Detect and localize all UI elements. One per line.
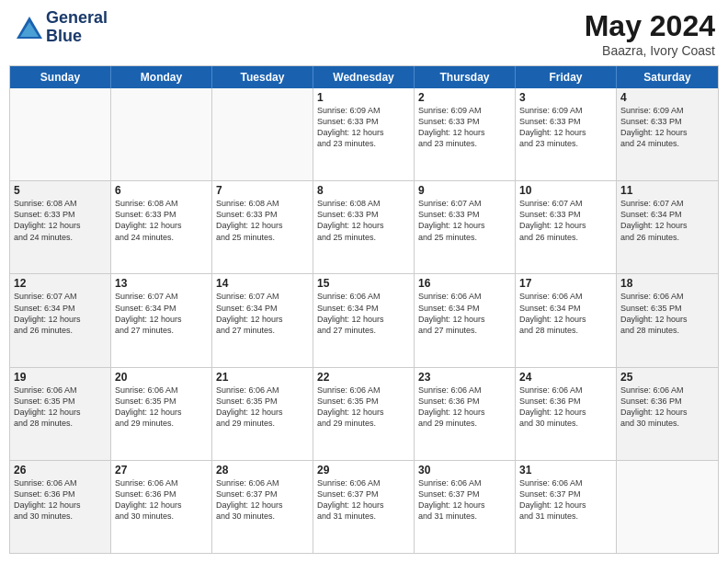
calendar-body: 1Sunrise: 6:09 AM Sunset: 6:33 PM Daylig… [10,88,718,553]
page: General Blue May 2024 Baazra, Ivory Coas… [0,0,728,563]
calendar-cell: 12Sunrise: 6:07 AM Sunset: 6:34 PM Dayli… [10,274,111,366]
calendar-cell: 30Sunrise: 6:06 AM Sunset: 6:37 PM Dayli… [415,461,516,553]
cell-info: Sunrise: 6:06 AM Sunset: 6:34 PM Dayligh… [418,291,511,336]
day-header-wednesday: Wednesday [313,66,415,88]
cell-info: Sunrise: 6:07 AM Sunset: 6:34 PM Dayligh… [620,198,714,243]
day-number: 22 [317,371,410,384]
cell-info: Sunrise: 6:08 AM Sunset: 6:33 PM Dayligh… [317,198,410,243]
cell-info: Sunrise: 6:08 AM Sunset: 6:33 PM Dayligh… [14,198,107,243]
cell-info: Sunrise: 6:06 AM Sunset: 6:34 PM Dayligh… [519,291,612,336]
day-number: 16 [418,277,511,290]
cell-info: Sunrise: 6:06 AM Sunset: 6:36 PM Dayligh… [115,477,208,523]
day-number: 25 [620,371,714,384]
calendar-cell [10,88,111,180]
day-number: 23 [418,371,511,384]
day-number: 7 [216,184,309,197]
cell-info: Sunrise: 6:06 AM Sunset: 6:34 PM Dayligh… [317,291,410,336]
logo: General Blue [13,9,108,46]
cell-info: Sunrise: 6:06 AM Sunset: 6:37 PM Dayligh… [317,477,410,523]
cell-info: Sunrise: 6:07 AM Sunset: 6:34 PM Dayligh… [14,291,107,336]
day-number: 27 [115,464,208,477]
cell-info: Sunrise: 6:06 AM Sunset: 6:36 PM Dayligh… [418,385,511,430]
title-block: May 2024 Baazra, Ivory Coast [585,9,715,58]
calendar-cell: 6Sunrise: 6:08 AM Sunset: 6:33 PM Daylig… [111,181,212,273]
calendar-cell: 26Sunrise: 6:06 AM Sunset: 6:36 PM Dayli… [10,461,111,553]
calendar-cell: 27Sunrise: 6:06 AM Sunset: 6:36 PM Dayli… [111,461,212,553]
calendar-cell: 21Sunrise: 6:06 AM Sunset: 6:35 PM Dayli… [212,368,313,460]
day-headers: SundayMondayTuesdayWednesdayThursdayFrid… [10,66,718,88]
day-number: 14 [216,277,309,290]
calendar-cell: 20Sunrise: 6:06 AM Sunset: 6:35 PM Dayli… [111,368,212,460]
day-header-thursday: Thursday [415,66,516,88]
day-number: 15 [317,277,410,290]
day-number: 30 [418,464,511,477]
cell-info: Sunrise: 6:06 AM Sunset: 6:35 PM Dayligh… [115,385,208,430]
day-number: 3 [519,91,612,104]
calendar-row: 5Sunrise: 6:08 AM Sunset: 6:33 PM Daylig… [10,181,718,274]
day-number: 12 [14,277,107,290]
cell-info: Sunrise: 6:06 AM Sunset: 6:35 PM Dayligh… [14,385,107,430]
cell-info: Sunrise: 6:06 AM Sunset: 6:36 PM Dayligh… [519,385,612,430]
cell-info: Sunrise: 6:07 AM Sunset: 6:34 PM Dayligh… [115,291,208,336]
calendar-cell: 13Sunrise: 6:07 AM Sunset: 6:34 PM Dayli… [111,274,212,366]
calendar-cell: 17Sunrise: 6:06 AM Sunset: 6:34 PM Dayli… [516,274,617,366]
cell-info: Sunrise: 6:06 AM Sunset: 6:37 PM Dayligh… [418,477,511,523]
day-number: 1 [317,91,410,104]
cell-info: Sunrise: 6:08 AM Sunset: 6:33 PM Dayligh… [115,198,208,243]
day-number: 24 [519,371,612,384]
day-number: 6 [115,184,208,197]
calendar-cell: 2Sunrise: 6:09 AM Sunset: 6:33 PM Daylig… [415,88,516,180]
day-header-saturday: Saturday [617,66,718,88]
cell-info: Sunrise: 6:07 AM Sunset: 6:33 PM Dayligh… [418,198,511,243]
calendar-cell: 28Sunrise: 6:06 AM Sunset: 6:37 PM Dayli… [212,461,313,553]
day-number: 31 [519,464,612,477]
cell-info: Sunrise: 6:06 AM Sunset: 6:35 PM Dayligh… [317,385,410,430]
calendar-cell: 7Sunrise: 6:08 AM Sunset: 6:33 PM Daylig… [212,181,313,273]
calendar-cell: 4Sunrise: 6:09 AM Sunset: 6:33 PM Daylig… [617,88,718,180]
cell-info: Sunrise: 6:09 AM Sunset: 6:33 PM Dayligh… [418,105,511,150]
cell-info: Sunrise: 6:07 AM Sunset: 6:34 PM Dayligh… [216,291,309,336]
calendar-cell: 29Sunrise: 6:06 AM Sunset: 6:37 PM Dayli… [313,461,415,553]
calendar-cell: 23Sunrise: 6:06 AM Sunset: 6:36 PM Dayli… [415,368,516,460]
calendar-row: 26Sunrise: 6:06 AM Sunset: 6:36 PM Dayli… [10,461,718,553]
calendar: SundayMondayTuesdayWednesdayThursdayFrid… [9,65,719,554]
day-number: 4 [620,91,714,104]
calendar-cell: 14Sunrise: 6:07 AM Sunset: 6:34 PM Dayli… [212,274,313,366]
cell-info: Sunrise: 6:09 AM Sunset: 6:33 PM Dayligh… [519,105,612,150]
cell-info: Sunrise: 6:06 AM Sunset: 6:35 PM Dayligh… [216,385,309,430]
day-number: 5 [14,184,107,197]
cell-info: Sunrise: 6:09 AM Sunset: 6:33 PM Dayligh… [317,105,410,150]
day-header-sunday: Sunday [10,66,111,88]
day-number: 21 [216,371,309,384]
calendar-cell: 8Sunrise: 6:08 AM Sunset: 6:33 PM Daylig… [313,181,415,273]
day-number: 26 [14,464,107,477]
day-header-tuesday: Tuesday [212,66,313,88]
day-number: 18 [620,277,714,290]
day-number: 19 [14,371,107,384]
cell-info: Sunrise: 6:09 AM Sunset: 6:33 PM Dayligh… [620,105,714,150]
cell-info: Sunrise: 6:06 AM Sunset: 6:35 PM Dayligh… [620,291,714,336]
day-header-friday: Friday [516,66,617,88]
cell-info: Sunrise: 6:06 AM Sunset: 6:36 PM Dayligh… [14,477,107,523]
day-number: 11 [620,184,714,197]
location: Baazra, Ivory Coast [585,43,715,58]
header: General Blue May 2024 Baazra, Ivory Coas… [9,9,719,58]
calendar-cell: 10Sunrise: 6:07 AM Sunset: 6:33 PM Dayli… [516,181,617,273]
day-number: 28 [216,464,309,477]
day-number: 20 [115,371,208,384]
day-number: 8 [317,184,410,197]
calendar-cell: 15Sunrise: 6:06 AM Sunset: 6:34 PM Dayli… [313,274,415,366]
calendar-row: 19Sunrise: 6:06 AM Sunset: 6:35 PM Dayli… [10,368,718,461]
calendar-cell [111,88,212,180]
logo-icon [13,13,42,42]
calendar-cell: 9Sunrise: 6:07 AM Sunset: 6:33 PM Daylig… [415,181,516,273]
cell-info: Sunrise: 6:06 AM Sunset: 6:36 PM Dayligh… [620,385,714,430]
day-number: 10 [519,184,612,197]
calendar-cell: 18Sunrise: 6:06 AM Sunset: 6:35 PM Dayli… [617,274,718,366]
calendar-cell: 24Sunrise: 6:06 AM Sunset: 6:36 PM Dayli… [516,368,617,460]
calendar-cell [212,88,313,180]
calendar-cell: 31Sunrise: 6:06 AM Sunset: 6:37 PM Dayli… [516,461,617,553]
calendar-cell: 11Sunrise: 6:07 AM Sunset: 6:34 PM Dayli… [617,181,718,273]
day-number: 13 [115,277,208,290]
calendar-cell: 22Sunrise: 6:06 AM Sunset: 6:35 PM Dayli… [313,368,415,460]
